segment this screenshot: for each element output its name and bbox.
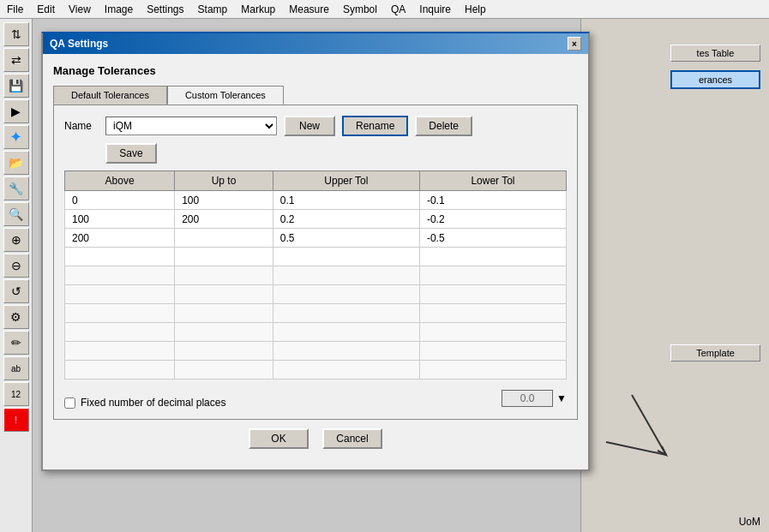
cell-upto-0[interactable]: 100 — [175, 191, 273, 210]
cell-above-2[interactable]: 200 — [65, 229, 175, 248]
template-button[interactable]: Template — [670, 344, 760, 362]
decimal-field[interactable] — [502, 390, 553, 407]
table-row[interactable] — [65, 361, 567, 380]
sidebar-btn-warn[interactable]: ! — [3, 408, 29, 432]
rename-button[interactable]: Rename — [342, 116, 408, 136]
menu-markup[interactable]: Markup — [234, 2, 282, 17]
cell-upto-6[interactable] — [175, 304, 273, 323]
sidebar-btn-num[interactable]: 12 — [3, 382, 29, 406]
cell-upper-2[interactable]: 0.5 — [273, 229, 419, 248]
table-row[interactable]: 01000.1-0.1 — [65, 191, 567, 210]
cell-above-8[interactable] — [65, 342, 175, 361]
delete-button[interactable]: Delete — [415, 116, 472, 136]
menu-measure[interactable]: Measure — [282, 2, 336, 17]
sidebar-btn-text[interactable]: ab — [3, 356, 29, 380]
cell-upto-1[interactable]: 200 — [175, 210, 273, 229]
table-row[interactable] — [65, 248, 567, 266]
decimal-checkbox[interactable] — [64, 398, 75, 409]
decimal-display: ▼ — [502, 390, 567, 407]
cell-above-1[interactable]: 100 — [65, 210, 175, 229]
cell-above-4[interactable] — [65, 266, 175, 285]
cell-lower-6[interactable] — [419, 304, 566, 323]
tab-custom-tolerances[interactable]: Custom Tolerances — [167, 86, 284, 105]
cell-lower-1[interactable]: -0.2 — [419, 210, 566, 229]
cell-upto-8[interactable] — [175, 342, 273, 361]
sidebar-btn-zoom-out[interactable]: ⊖ — [3, 254, 29, 278]
table-row[interactable] — [65, 342, 567, 361]
cell-upto-7[interactable] — [175, 323, 273, 342]
cell-upper-3[interactable] — [273, 248, 419, 266]
cell-above-0[interactable]: 0 — [65, 191, 175, 210]
dialog-titlebar: QA Settings × — [43, 33, 588, 54]
cell-upper-9[interactable] — [273, 361, 419, 380]
cell-lower-9[interactable] — [419, 361, 566, 380]
cell-upper-0[interactable]: 0.1 — [273, 191, 419, 210]
sidebar-btn-folder[interactable]: 📂 — [3, 151, 29, 175]
sidebar-btn-save[interactable]: 💾 — [3, 74, 29, 98]
cell-lower-4[interactable] — [419, 266, 566, 285]
sidebar-btn-zoom-in[interactable]: ⊕ — [3, 228, 29, 252]
menu-stamp[interactable]: Stamp — [191, 2, 235, 17]
sidebar-btn-2[interactable]: ⇄ — [3, 48, 29, 72]
menu-inquire[interactable]: Inquire — [412, 2, 458, 17]
ok-button[interactable]: OK — [249, 428, 309, 449]
sidebar-btn-zoom[interactable]: 🔍 — [3, 202, 29, 226]
cell-upper-6[interactable] — [273, 304, 419, 323]
cell-upper-1[interactable]: 0.2 — [273, 210, 419, 229]
decimal-chevron[interactable]: ▼ — [556, 392, 567, 404]
menu-file[interactable]: File — [0, 2, 30, 17]
tab-default-tolerances[interactable]: Default Tolerances — [53, 86, 167, 105]
main-area: tes Table erances Template UoM QA Settin… — [33, 19, 769, 532]
table-row[interactable] — [65, 323, 567, 342]
dialog-close-button[interactable]: × — [568, 37, 581, 51]
cell-upto-2[interactable] — [175, 229, 273, 248]
cell-lower-7[interactable] — [419, 323, 566, 342]
table-row[interactable] — [65, 285, 567, 304]
table-row[interactable] — [65, 304, 567, 323]
sidebar-btn-add[interactable]: ✦ — [3, 125, 29, 149]
cell-above-9[interactable] — [65, 361, 175, 380]
cell-lower-8[interactable] — [419, 342, 566, 361]
cancel-button[interactable]: Cancel — [322, 428, 382, 449]
save-button[interactable]: Save — [105, 143, 157, 164]
cell-above-5[interactable] — [65, 285, 175, 304]
menu-qa[interactable]: QA — [384, 2, 412, 17]
arrow-drawing — [580, 378, 683, 481]
cell-lower-0[interactable]: -0.1 — [419, 191, 566, 210]
attributes-table-button[interactable]: tes Table — [670, 45, 760, 62]
cell-above-3[interactable] — [65, 248, 175, 266]
sidebar-btn-rotate[interactable]: ↺ — [3, 279, 29, 303]
cell-lower-2[interactable]: -0.5 — [419, 229, 566, 248]
cell-upto-3[interactable] — [175, 248, 273, 266]
cell-upto-5[interactable] — [175, 285, 273, 304]
new-button[interactable]: New — [284, 116, 335, 136]
cell-upper-7[interactable] — [273, 323, 419, 342]
menu-settings[interactable]: Settings — [140, 2, 190, 17]
menu-symbol[interactable]: Symbol — [336, 2, 384, 17]
cell-lower-3[interactable] — [419, 248, 566, 266]
table-row[interactable] — [65, 266, 567, 285]
sidebar-btn-gear[interactable]: ⚙ — [3, 305, 29, 329]
tab-content: Name iQM New Rename Delete Save — [53, 105, 578, 420]
menu-view[interactable]: View — [62, 2, 98, 17]
sidebar-btn-arrow[interactable]: ▶ — [3, 99, 29, 123]
cell-upper-8[interactable] — [273, 342, 419, 361]
cell-above-6[interactable] — [65, 304, 175, 323]
dialog-footer: OK Cancel — [53, 420, 578, 459]
menu-image[interactable]: Image — [98, 2, 140, 17]
cell-lower-5[interactable] — [419, 285, 566, 304]
cell-above-7[interactable] — [65, 323, 175, 342]
cell-upto-9[interactable] — [175, 361, 273, 380]
tolerances-button[interactable]: erances — [670, 70, 760, 89]
table-row[interactable]: 2000.5-0.5 — [65, 229, 567, 248]
cell-upper-5[interactable] — [273, 285, 419, 304]
name-select[interactable]: iQM — [105, 117, 277, 135]
cell-upto-4[interactable] — [175, 266, 273, 285]
menu-help[interactable]: Help — [458, 2, 493, 17]
cell-upper-4[interactable] — [273, 266, 419, 285]
sidebar-btn-pen[interactable]: ✏ — [3, 331, 29, 355]
sidebar-btn-tool[interactable]: 🔧 — [3, 176, 29, 200]
sidebar-btn-1[interactable]: ⇅ — [3, 22, 29, 46]
menu-edit[interactable]: Edit — [30, 2, 62, 17]
table-row[interactable]: 1002000.2-0.2 — [65, 210, 567, 229]
